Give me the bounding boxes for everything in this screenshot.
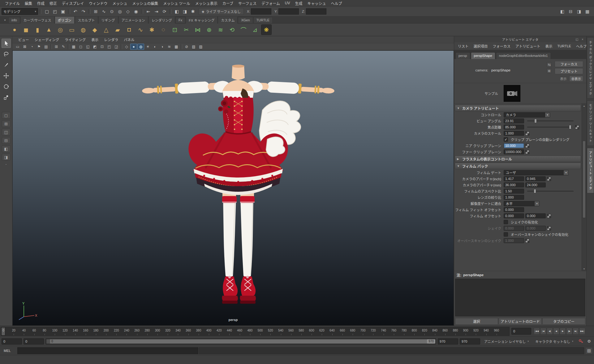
poly-pipe-icon[interactable]: ◘: [124, 24, 134, 35]
output-connections-icon[interactable]: ⇥: [153, 8, 160, 15]
shelf-tab-5[interactable]: アニメーション: [118, 16, 148, 24]
bridge-icon[interactable]: ⌒: [238, 24, 249, 35]
new-scene-icon[interactable]: ▢: [43, 8, 51, 15]
shelf-tab-4[interactable]: リギング: [98, 16, 118, 24]
poly-disc-icon[interactable]: ◍: [78, 24, 88, 35]
shelf-tab-7[interactable]: Fx: [175, 17, 185, 23]
shelf-tab-10[interactable]: XGen: [238, 17, 253, 23]
shadows-icon[interactable]: ◐: [152, 44, 158, 50]
film-offset-map-button[interactable]: [547, 214, 551, 218]
scrollbar-thumb[interactable]: [583, 141, 586, 218]
poly-plane-icon[interactable]: ▭: [67, 24, 77, 35]
character-model[interactable]: [130, 64, 346, 314]
frustum-display-controls-section-header[interactable]: ▶フラスタムの表示コントロール: [455, 156, 581, 162]
panel-menu-3[interactable]: 表示: [88, 36, 101, 43]
sidebar-tab-2[interactable]: アトリビュート エディタ: [587, 148, 594, 193]
xray-joints-icon[interactable]: ▨: [197, 44, 204, 50]
poly-pyramid-icon[interactable]: △: [101, 24, 111, 35]
animation-start-field[interactable]: 0: [2, 338, 22, 345]
ipr-render-icon[interactable]: ◨: [181, 8, 189, 15]
lock-camera-icon[interactable]: ⊠: [21, 44, 28, 50]
break-connection-icon[interactable]: ⊗: [547, 68, 552, 73]
toggle-left-panel-icon[interactable]: ◧: [558, 8, 566, 15]
notes-textarea[interactable]: [455, 279, 585, 316]
ae-tab-nodeGraphEditorBookmarkInfo1[interactable]: nodeGraphEditorBookmarkInfo1: [496, 52, 551, 59]
poly-gear-icon[interactable]: ✱: [147, 24, 157, 35]
layout-three-pane-button[interactable]: ◧: [2, 145, 11, 152]
snap-to-point-icon[interactable]: ⊙: [108, 8, 116, 15]
animation-end-field[interactable]: 970: [460, 338, 480, 345]
camera-aperture-inch-map-button[interactable]: [547, 177, 551, 181]
ae-tab-persp[interactable]: persp: [455, 52, 470, 59]
film-offset-field-2[interactable]: 0.000: [525, 213, 546, 218]
main-menu-item-7[interactable]: メッシュの編集: [130, 0, 161, 7]
toggle-bottom-panel-icon[interactable]: ⊟: [567, 8, 575, 15]
motion-blur-icon[interactable]: ≋: [166, 44, 173, 50]
layout-single-pane-button[interactable]: ◻: [2, 112, 11, 119]
grid-icon[interactable]: ▦: [70, 44, 77, 50]
shelf-tab-0[interactable]: info: [8, 17, 20, 23]
camera-attributes-section-header[interactable]: ▼カメラ アトリビュート: [455, 105, 581, 111]
main-menu-item-9[interactable]: メッシュ表示: [193, 0, 220, 7]
menu-set-dropdown[interactable]: モデリング ▾: [2, 8, 38, 15]
construction-history-icon[interactable]: ⟳: [161, 8, 168, 15]
main-menu-item-2[interactable]: 作成: [35, 0, 47, 7]
film-aspect-ratio-slider[interactable]: [527, 191, 574, 191]
select-tool[interactable]: [2, 39, 11, 48]
layout-outliner-persp-button[interactable]: ◨: [2, 154, 11, 161]
shake-field-1[interactable]: 0.000: [504, 226, 524, 231]
ae-scrollbar[interactable]: ▲ ▼: [582, 104, 586, 271]
poly-cone-icon[interactable]: ▲: [44, 24, 54, 35]
ae-menu-2[interactable]: フォーカス: [490, 43, 513, 49]
viewport-canvas[interactable]: Y X persp: [12, 50, 454, 326]
range-left-handle[interactable]: [46, 339, 50, 344]
main-menu-item-10[interactable]: カーブ: [220, 0, 236, 7]
append-to-polygon-icon[interactable]: ⊿: [250, 24, 260, 35]
paint-select-tool[interactable]: [2, 60, 11, 70]
step-back-frame-button[interactable]: |◀: [540, 328, 546, 335]
lasso-select-tool[interactable]: [2, 49, 11, 59]
shelf-tab-6[interactable]: レンダリング: [148, 16, 175, 24]
film-gate-dropdown[interactable]: ユーザ▾: [504, 170, 569, 175]
poly-soccer-ball-icon[interactable]: ◌: [158, 24, 169, 35]
poly-cube-icon[interactable]: ◼: [21, 24, 31, 35]
auto-render-clip-plane-checkbox[interactable]: ✓: [504, 137, 508, 142]
film-gate-icon[interactable]: ◻: [77, 44, 84, 50]
angle-of-view-field[interactable]: 23.91: [504, 118, 524, 123]
input-connections-icon[interactable]: ⇤: [144, 8, 152, 15]
scale-tool[interactable]: [2, 93, 11, 102]
scroll-down-icon[interactable]: ▼: [582, 267, 586, 271]
ae-menu-5[interactable]: TURTLE: [555, 43, 574, 49]
snap-to-view-plane-icon[interactable]: ◇: [124, 8, 132, 15]
z-coordinate-input[interactable]: [306, 8, 326, 15]
mel-toggle-button[interactable]: MEL: [1, 349, 17, 353]
x-coordinate-input[interactable]: [251, 8, 271, 15]
shake-map-button[interactable]: [547, 226, 551, 230]
toolbox-more-button[interactable]: -: [6, 162, 7, 166]
bookmarks-icon[interactable]: ⚑: [36, 44, 42, 50]
poly-sphere-icon[interactable]: ●: [9, 24, 20, 35]
hide-button[interactable]: 非表示: [569, 76, 583, 82]
main-menu-item-12[interactable]: デフォーム: [259, 0, 282, 7]
main-menu-item-16[interactable]: ヘルプ: [329, 0, 345, 7]
panel-menu-2[interactable]: ライティング: [62, 36, 88, 43]
shelf-tab-2[interactable]: ポリゴン: [55, 16, 75, 24]
grease-pencil-icon[interactable]: ✎: [60, 44, 67, 50]
safe-title-icon[interactable]: ◲: [113, 44, 120, 50]
command-input[interactable]: [17, 347, 198, 354]
main-menu-item-15[interactable]: キャッシュ: [305, 0, 329, 7]
camera-aperture-inch-field-1[interactable]: 1.417: [504, 176, 524, 181]
shelf-tab-8[interactable]: FX キャッシング: [186, 16, 217, 24]
main-menu-item-8[interactable]: メッシュ ツール: [161, 0, 192, 7]
playback-end-field[interactable]: 970: [438, 338, 458, 345]
focal-length-slider[interactable]: [527, 127, 572, 127]
main-menu-item-1[interactable]: 編集: [22, 0, 35, 7]
shake-overscan-field[interactable]: 1.000: [504, 238, 524, 243]
near-clip-plane-map-button[interactable]: [525, 144, 529, 148]
material-sample-swatch[interactable]: [504, 85, 520, 102]
panel-menu-1[interactable]: シェーディング: [32, 36, 62, 43]
step-back-key-button[interactable]: ◀|: [547, 328, 553, 335]
focal-length-field[interactable]: 85.000: [504, 125, 524, 130]
gate-mask-icon[interactable]: ◩: [92, 44, 98, 50]
poly-platonic-icon[interactable]: ◆: [89, 24, 100, 35]
